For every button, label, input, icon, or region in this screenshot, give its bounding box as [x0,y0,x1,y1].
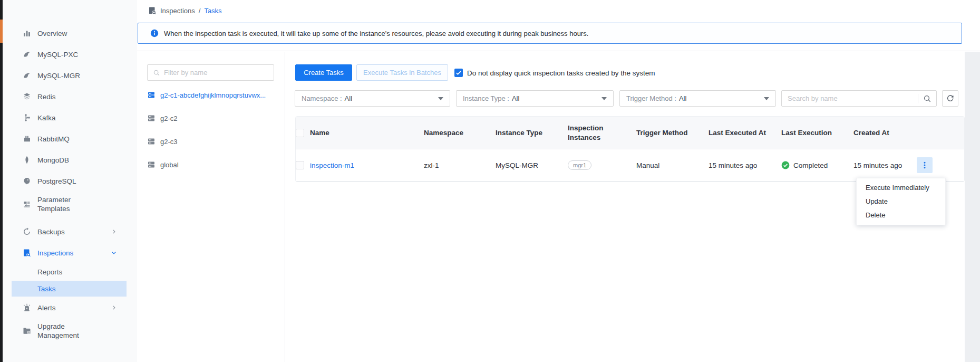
top-band: Inspections / Tasks When the inspection … [137,0,980,51]
search-input[interactable] [788,94,918,102]
sidebar-item-alerts[interactable]: Alerts [3,297,137,318]
restore-icon [23,227,31,236]
sidebar-item-label: Reports [37,268,62,276]
select-all-checkbox[interactable] [296,129,304,137]
sidebar-item-label: MySQL-MGR [37,71,101,80]
caret-down-icon [438,97,443,100]
completed-check-icon [781,161,790,169]
sidebar-item-redis[interactable]: Redis [3,86,137,107]
refresh-button[interactable] [942,90,958,107]
caret-down-icon [601,97,607,100]
dolphin-icon [23,50,31,59]
menu-item-delete[interactable]: Delete [857,208,945,222]
table-row: inspection-m1 zxl-1 MySQL-MGR mgr1 Manua… [296,149,964,182]
cluster-item-label: global [160,161,179,169]
sidebar-item-mysql-mgr[interactable]: MySQL-MGR [3,65,137,86]
search-icon [153,69,160,77]
search-icon[interactable] [923,94,932,103]
task-name-link[interactable]: inspection-m1 [310,161,424,169]
server-icon [147,160,156,169]
breadcrumb-parent[interactable]: Inspections [160,7,195,15]
sidebar-item-parameter-templates[interactable]: Parameter Templates [3,192,137,217]
cluster-filter-input-wrap [147,64,274,81]
info-icon [150,29,159,37]
quick-tasks-checkbox-label: Do not display quick inspection tasks cr… [467,69,655,77]
sidebar-item-label: Kafka [37,113,101,122]
namespace-dropdown[interactable]: Namespace : All [295,90,450,107]
trigger-method-dropdown-label: Trigger Method : [626,94,676,102]
bar-chart-icon [23,29,31,37]
breadcrumb-current[interactable]: Tasks [204,7,221,15]
sidebar-item-label: MongoDB [37,156,101,165]
layers-icon [23,92,31,101]
content-panel: g2-c1-abcdefghijklmnopqrstuvwx... g2-c2 … [137,52,965,362]
menu-item-execute-immediately[interactable]: Execute Immediately [857,181,945,195]
sidebar-item-upgrade-management[interactable]: Upgrade Management [3,318,137,344]
sidebar-item-label: Upgrade Management [37,322,101,340]
cluster-item-g2-c3[interactable]: g2-c3 [147,135,279,148]
sidebar-item-mysql-pxc[interactable]: MySQL-PXC [3,44,137,65]
cell-created-at: 15 minutes ago [853,161,917,169]
sidebar-item-label: Overview [37,29,101,38]
sidebar-item-backups[interactable]: Backups [3,221,137,242]
sidebar-item-label: Backups [37,227,101,236]
input-divider [918,94,918,103]
sidebar-item-label: Alerts [37,303,101,312]
cell-trigger-method: Manual [636,161,709,169]
col-header-instance-type: Instance Type [496,128,568,138]
cluster-item-label: g2-c2 [160,115,178,122]
instance-type-dropdown[interactable]: Instance Type : All [456,90,614,107]
instance-tag: mgr1 [568,160,591,170]
col-header-last-execution: Last Execution [781,128,853,138]
cluster-item-global[interactable]: global [147,158,279,171]
create-tasks-button[interactable]: Create Tasks [295,64,352,81]
inspection-icon [23,249,31,257]
chevron-right-icon [111,304,117,311]
sidebar-item-rabbitmq[interactable]: RabbitMQ [3,128,137,149]
col-header-last-executed-at: Last Executed At [709,128,781,138]
info-banner-text: When the inspection task is executed, it… [164,30,588,37]
sidebar-item-mongodb[interactable]: MongoDB [3,149,137,170]
server-icon [147,91,156,99]
row-actions-kebab-button[interactable] [917,157,933,173]
dolphin-icon [23,71,31,80]
execute-tasks-in-batches-button[interactable]: Execute Tasks in Batches [356,64,448,81]
sidebar-item-label: Redis [37,92,101,101]
caret-down-icon [764,97,769,100]
cell-last-execution: Completed [781,161,853,169]
sidebar-item-tasks[interactable]: Tasks [12,281,127,297]
sliders-icon [23,200,31,208]
cluster-item-g2-c1[interactable]: g2-c1-abcdefghijklmnopqrstuvwx... [147,89,279,101]
trigger-method-dropdown[interactable]: Trigger Method : All [619,90,776,107]
cluster-filter-input[interactable] [164,69,269,77]
menu-item-update[interactable]: Update [857,195,945,208]
sidebar-item-kafka[interactable]: Kafka [3,107,137,128]
sidebar-item-overview[interactable]: Overview [3,23,137,44]
kebab-icon [921,161,928,169]
sidebar-item-label: RabbitMQ [37,135,101,144]
cluster-item-label: g2-c3 [160,138,178,146]
sidebar-item-label: Tasks [37,285,56,293]
cell-namespace: zxl-1 [424,161,496,169]
elephant-icon [23,177,31,185]
sidebar-item-label: MySQL-PXC [37,50,101,59]
sidebar-item-reports[interactable]: Reports [3,263,137,280]
page-gutter [965,52,980,362]
sidebar-item-postgresql[interactable]: PostgreSQL [3,170,137,192]
chevron-right-icon [111,228,117,235]
status-text: Completed [793,161,828,169]
col-header-created-at: Created At [853,128,917,138]
quick-tasks-checkbox[interactable] [454,69,463,77]
cluster-item-g2-c2[interactable]: g2-c2 [147,112,279,125]
namespace-dropdown-label: Namespace : [302,94,342,102]
sidebar: Overview MySQL-PXC MySQL-MGR Redis Kafka… [3,0,137,362]
col-header-trigger-method: Trigger Method [636,128,709,138]
table-header-row: Name Namespace Instance Type Inspection … [296,117,964,149]
server-icon [147,137,156,146]
search-input-wrap [781,90,937,107]
sidebar-item-inspections[interactable]: Inspections [3,242,137,263]
row-checkbox[interactable] [296,161,304,169]
server-icon [147,114,156,122]
sidebar-item-label: PostgreSQL [37,177,101,186]
info-banner: When the inspection task is executed, it… [138,23,962,44]
